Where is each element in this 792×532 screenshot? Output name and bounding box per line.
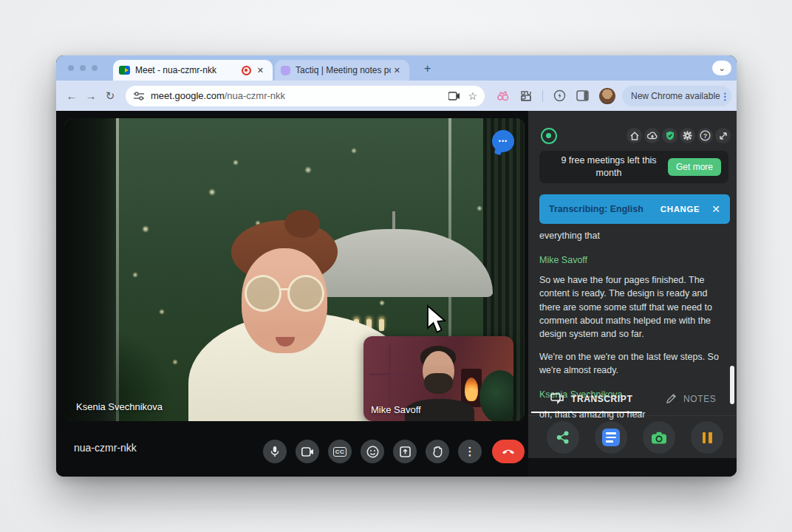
- get-more-button[interactable]: Get more: [668, 158, 721, 176]
- tab-title: Meet - nua-czmr-nkk: [135, 65, 239, 75]
- dismiss-banner-icon[interactable]: ✕: [711, 203, 720, 215]
- tab-search-chevron[interactable]: ⌄: [712, 61, 731, 75]
- end-call-button[interactable]: [492, 440, 525, 463]
- sidebar-tabs: TRANSCRIPT NOTES: [528, 393, 737, 413]
- google-docs-icon: [602, 429, 620, 446]
- share-button[interactable]: [547, 421, 579, 454]
- tab-tactiq[interactable]: Tactiq | Meeting notes powe ✕: [275, 60, 409, 81]
- change-language-button[interactable]: CHANGE: [660, 205, 700, 214]
- captions-button[interactable]: CC: [328, 440, 352, 463]
- chat-dots-icon: •••: [499, 137, 508, 145]
- pause-transcription-button[interactable]: [691, 421, 723, 454]
- google-docs-button[interactable]: [595, 421, 627, 454]
- sidebar-bottom-strip: [528, 458, 737, 477]
- raise-hand-button[interactable]: [426, 440, 449, 463]
- screenshot-button[interactable]: [643, 421, 675, 454]
- collapse-panel-icon[interactable]: [715, 128, 731, 143]
- tactiq-logo-icon[interactable]: [541, 128, 557, 144]
- address-bar[interactable]: meet.google.com/nua-czmr-nkk ☆: [126, 86, 485, 106]
- home-icon[interactable]: [627, 128, 642, 143]
- meet-control-bar: nua-czmr-nkk CC: [56, 421, 528, 477]
- tactiq-sidebar: ? 9 free meetings left this month Get mo…: [528, 111, 737, 477]
- transcript-line: So we have the four pages finished. The …: [539, 273, 720, 341]
- profile-avatar[interactable]: [599, 88, 615, 104]
- toolbar-divider: [542, 90, 543, 102]
- extensions-puzzle-icon[interactable]: [520, 90, 532, 102]
- meet-stage: ••• Mike Savoff Ksenia Svechnikova nua-c…: [56, 111, 528, 477]
- extension-pink-icon[interactable]: [496, 91, 510, 101]
- notes-pencil-icon: [666, 393, 677, 404]
- battery-saver-icon[interactable]: [553, 89, 566, 102]
- mouse-cursor: [426, 304, 446, 334]
- side-panel-icon[interactable]: [576, 90, 589, 101]
- pip-video-tile[interactable]: Mike Savoff: [363, 336, 513, 421]
- tab-title: Tactiq | Meeting notes powe: [296, 65, 391, 75]
- tactiq-favicon-icon: [281, 66, 290, 75]
- transcript-line: We're on the we're on the last few steps…: [539, 350, 720, 377]
- more-options-button[interactable]: ⋮: [458, 440, 482, 463]
- tab-transcript[interactable]: TRANSCRIPT: [550, 393, 632, 405]
- sidebar-actions: [528, 415, 737, 458]
- browser-window: Meet - nua-czmr-nkk ✕ Tactiq | Meeting n…: [56, 55, 737, 477]
- camera-permission-icon[interactable]: [448, 92, 460, 100]
- close-tab-icon[interactable]: ✕: [254, 65, 267, 76]
- glasses: [245, 275, 327, 313]
- pip-participant-name: Mike Savoff: [371, 404, 421, 415]
- tab-strip: Meet - nua-czmr-nkk ✕ Tactiq | Meeting n…: [56, 55, 737, 81]
- forward-button[interactable]: →: [81, 89, 100, 102]
- recording-indicator-icon: [242, 66, 251, 75]
- end-call-icon: [502, 449, 515, 454]
- pause-icon: [703, 432, 712, 443]
- browser-menu-icon[interactable]: ⋮: [720, 91, 730, 102]
- transcribing-label: Transcribing: English: [549, 204, 660, 214]
- main-video-tile[interactable]: ••• Mike Savoff Ksenia Svechnikova: [64, 118, 525, 421]
- url-text: meet.google.com/nua-czmr-nkk: [151, 90, 285, 101]
- privacy-shield-icon[interactable]: [662, 128, 677, 143]
- bookmark-star-icon[interactable]: ☆: [468, 90, 477, 102]
- back-button[interactable]: ←: [62, 89, 81, 102]
- reload-button[interactable]: ↻: [100, 89, 120, 103]
- mic-button[interactable]: [263, 440, 287, 463]
- transcript-chat-icon: [550, 393, 564, 405]
- more-icon: ⋮: [465, 445, 476, 458]
- new-tab-button[interactable]: +: [421, 61, 434, 76]
- active-tab-underline: [531, 412, 642, 413]
- chat-bubble-button[interactable]: •••: [492, 130, 514, 152]
- tab-notes[interactable]: NOTES: [666, 393, 716, 404]
- cloud-upload-icon[interactable]: [644, 128, 660, 143]
- site-info-icon[interactable]: [133, 91, 145, 101]
- quota-text: 9 free meetings left this month: [550, 154, 668, 180]
- present-button[interactable]: [393, 440, 417, 463]
- meetings-quota-card: 9 free meetings left this month Get more: [539, 151, 728, 183]
- transcribing-banner: Transcribing: English CHANGE ✕: [539, 194, 730, 224]
- share-icon: [556, 431, 570, 444]
- transcript-line: everything that: [539, 229, 720, 242]
- speaker-name: Mike Savoff: [539, 253, 720, 267]
- camera-button[interactable]: [296, 440, 319, 463]
- window-controls[interactable]: [68, 65, 98, 71]
- sidebar-header: ?: [528, 111, 737, 145]
- svg-text:?: ?: [703, 132, 707, 140]
- tab-meet[interactable]: Meet - nua-czmr-nkk ✕: [113, 60, 273, 81]
- main-participant-name: Ksenia Svechnikova: [76, 401, 163, 412]
- close-tab-icon[interactable]: ✕: [391, 65, 403, 76]
- screenshot-camera-icon: [651, 432, 667, 444]
- settings-gear-icon[interactable]: [680, 128, 695, 143]
- cc-icon: CC: [333, 447, 347, 457]
- meet-favicon-icon: [119, 66, 130, 75]
- help-icon[interactable]: ?: [697, 128, 713, 143]
- room-code: nua-czmr-nkk: [74, 442, 137, 454]
- new-chrome-available-button[interactable]: New Chrome available ⋮: [622, 86, 731, 106]
- reactions-button[interactable]: [361, 440, 384, 463]
